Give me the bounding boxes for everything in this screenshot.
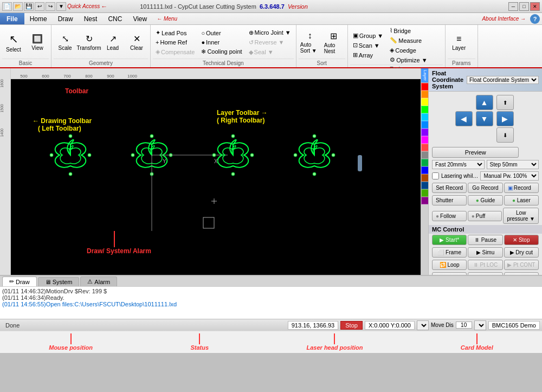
menu-view[interactable]: View bbox=[127, 13, 152, 24]
inner-button[interactable]: ● Inner bbox=[198, 38, 244, 47]
menu-home[interactable]: Home bbox=[24, 13, 53, 24]
auto-nest-button[interactable]: ⊞ Auto Nest bbox=[322, 29, 345, 56]
step-select[interactable]: Step 50mm bbox=[487, 160, 539, 169]
pad-up-button[interactable]: ▲ bbox=[476, 95, 493, 110]
record-button[interactable]: ▣ Record bbox=[504, 183, 539, 193]
coedge-button[interactable]: ◈ Coedge bbox=[387, 46, 430, 55]
pad-bottom-right-button[interactable]: ⬇ bbox=[496, 127, 514, 143]
loop-button[interactable]: 🔁 Loop bbox=[432, 260, 467, 270]
layer-color-blue[interactable] bbox=[421, 121, 429, 128]
layer-color-magenta[interactable] bbox=[421, 136, 429, 144]
back-button[interactable]: ◀ Back bbox=[432, 272, 467, 275]
outer-button[interactable]: ○ Outer bbox=[198, 29, 244, 37]
maximize-button[interactable]: □ bbox=[519, 2, 529, 11]
new-button[interactable]: 📄 bbox=[2, 2, 12, 11]
layer-color-purple[interactable] bbox=[421, 128, 429, 136]
layer-color-brown[interactable] bbox=[421, 174, 429, 182]
simu-button[interactable]: ▶ Simu bbox=[468, 247, 502, 258]
layer-color-pink[interactable] bbox=[421, 144, 429, 151]
lead-button[interactable]: ↗ Lead bbox=[101, 32, 124, 53]
save-button[interactable]: 💾 bbox=[24, 2, 34, 11]
tab-alarm[interactable]: ⚠ Alarm bbox=[80, 277, 117, 286]
dry-cut-button[interactable]: ▶ Dry cut bbox=[504, 247, 539, 258]
move-dis-input[interactable] bbox=[456, 322, 472, 329]
fast-speed-select[interactable]: Fast 20mm/s bbox=[432, 160, 485, 169]
frame-button[interactable]: ⬜ Frame bbox=[432, 247, 467, 258]
cooling-point-button[interactable]: ❄ Cooling point bbox=[198, 47, 244, 56]
menu-draw[interactable]: Draw bbox=[53, 13, 79, 24]
pad-right-button[interactable]: ▶ bbox=[496, 111, 514, 126]
go-record-button[interactable]: Go Record bbox=[468, 183, 502, 193]
forward-button[interactable]: ▶ Forward bbox=[468, 272, 502, 275]
home-ref-button[interactable]: + Home Ref bbox=[153, 38, 197, 47]
view-button[interactable]: 🔲 View bbox=[26, 32, 49, 53]
layer-color-orange[interactable] bbox=[421, 91, 429, 98]
pad-left-button[interactable]: ◀ bbox=[455, 111, 473, 126]
minimize-button[interactable]: ─ bbox=[508, 2, 518, 11]
manual-power-select[interactable]: Manual Pw. 100% bbox=[480, 171, 539, 181]
layer-color-green[interactable] bbox=[421, 106, 429, 113]
move-dis-unit-select[interactable] bbox=[474, 320, 486, 330]
array-button[interactable]: ⊞ Array bbox=[350, 50, 386, 60]
layer-color-navy[interactable] bbox=[421, 182, 429, 189]
micro-joint-button[interactable]: ⊕ Micro Joint ▼ bbox=[246, 28, 294, 37]
return-zero-button[interactable]: Return Zero bbox=[504, 272, 539, 275]
shutter-button[interactable]: Shutter bbox=[432, 195, 467, 205]
menu-file[interactable]: File bbox=[0, 13, 24, 24]
auto-sort-button[interactable]: ↕ Auto Sort ▼ bbox=[299, 29, 321, 55]
layer-color-red[interactable] bbox=[421, 83, 429, 91]
pad-down-button[interactable]: ▼ bbox=[476, 111, 493, 126]
set-record-button[interactable]: Set Record bbox=[432, 183, 467, 193]
layer-color-darkgreen[interactable] bbox=[421, 159, 429, 166]
layer-color-violet[interactable] bbox=[421, 197, 429, 204]
layer-vertical-label[interactable]: Layer bbox=[421, 68, 428, 83]
lasering-label: Lasering whil… bbox=[441, 173, 478, 179]
layer-color-lime[interactable] bbox=[421, 189, 429, 197]
follow-button[interactable]: ● Follow bbox=[432, 211, 467, 221]
undo-button[interactable]: ↩ bbox=[35, 2, 44, 11]
scan-button[interactable]: ⊡ Scan ▼ bbox=[350, 41, 386, 50]
layer-button[interactable]: ≡ Layer bbox=[448, 33, 470, 53]
lead-pos-button[interactable]: ✦ Lead Pos bbox=[153, 28, 197, 37]
seal-button[interactable]: ◆ Seal ▼ bbox=[246, 48, 294, 57]
low-pressure-button[interactable]: Lowpressure ▼ bbox=[503, 208, 539, 224]
pt-cont-button[interactable]: ▶ Pt CONT bbox=[504, 260, 539, 270]
menu-cnc[interactable]: CNC bbox=[102, 13, 127, 24]
about-icon[interactable]: ? bbox=[530, 14, 540, 24]
pt-loc-button[interactable]: ⏸ Pt LOC bbox=[468, 260, 502, 270]
laser-button[interactable]: Laser bbox=[504, 195, 539, 205]
group-button[interactable]: ▣ Group ▼ bbox=[350, 31, 386, 40]
tab-system[interactable]: 🖥 System bbox=[38, 277, 80, 286]
layer-color-cyan[interactable] bbox=[421, 113, 429, 121]
transform-button[interactable]: ↻ Transform bbox=[78, 32, 100, 53]
menu-nest[interactable]: Nest bbox=[79, 13, 103, 24]
redo-button[interactable]: ↪ bbox=[46, 2, 55, 11]
measure-button[interactable]: 📏 Measure bbox=[387, 36, 430, 45]
start-button[interactable]: ▶ Start* bbox=[432, 235, 467, 245]
select-button[interactable]: ↖ Select bbox=[2, 31, 25, 54]
preview-button[interactable]: Preview bbox=[432, 147, 519, 158]
customize-button[interactable]: ▼ bbox=[56, 2, 66, 11]
close-button[interactable]: ✕ bbox=[530, 2, 540, 11]
pause-button[interactable]: ⏸ Pause bbox=[468, 235, 502, 245]
pad-top-right-button[interactable]: ⬆ bbox=[496, 95, 514, 110]
stop-button[interactable]: ✕ Stop bbox=[504, 235, 539, 245]
guide-button[interactable]: Guide bbox=[468, 195, 502, 205]
laser-pos-select[interactable] bbox=[417, 320, 429, 330]
scale-button[interactable]: ⤡ Scale bbox=[54, 32, 76, 53]
bridge-button[interactable]: ⌇ Bridge bbox=[387, 26, 430, 35]
open-button[interactable]: 📂 bbox=[13, 2, 23, 11]
layer-color-yellow[interactable] bbox=[421, 98, 429, 106]
clear-button[interactable]: ✕ Clear bbox=[125, 32, 148, 53]
layer-color-gray[interactable] bbox=[421, 151, 429, 159]
coordinate-system-select[interactable]: Float Coordinate System bbox=[467, 76, 539, 84]
puff-button[interactable]: ● Puff bbox=[468, 211, 502, 221]
optimize-button[interactable]: ⚙ Optimize ▼ bbox=[387, 55, 430, 65]
canvas[interactable]: Toolbar ← Drawing Toolbar ( Left Toolbar… bbox=[11, 79, 421, 275]
stop-button-status[interactable]: Stop bbox=[340, 321, 363, 330]
lasering-checkbox[interactable] bbox=[432, 172, 439, 179]
reverse-button[interactable]: ↺ Reverse ▼ bbox=[246, 38, 294, 47]
layer-color-darkblue[interactable] bbox=[421, 166, 429, 174]
tab-draw[interactable]: ✏ Draw bbox=[2, 277, 37, 286]
compensate-button[interactable]: ◈ Compensate bbox=[153, 47, 197, 56]
